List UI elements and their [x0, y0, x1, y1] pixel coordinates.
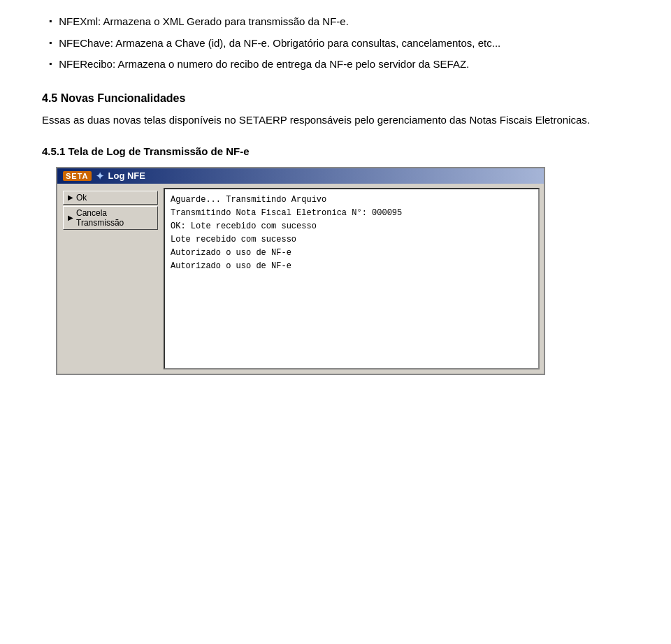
subsection-heading: 4.5.1 Tela de Log de Transmissão de NF-e: [42, 145, 629, 157]
cancel-arrow-icon: ▶: [68, 214, 73, 221]
log-line-2: Transmitindo Nota Fiscal Eletronica N°: …: [171, 207, 533, 220]
log-line-6: Autorizado o uso de NF-e: [171, 260, 533, 273]
bullet-text-nfechave: NFEChave: Armazena a Chave (id), da NF-e…: [59, 36, 500, 52]
ok-arrow-icon: ▶: [68, 193, 73, 201]
log-nfe-window: SETA ✦ Log NFE ▶ Ok ▶ Cancela Transmissã…: [56, 167, 545, 375]
ok-button-label: Ok: [76, 193, 87, 203]
window-titlebar: SETA ✦ Log NFE: [57, 168, 544, 184]
cancel-button[interactable]: ▶ Cancela Transmissão: [63, 206, 158, 230]
bullet-icon: ▪: [49, 16, 52, 26]
bullet-icon-3: ▪: [49, 59, 52, 68]
window-sidebar: ▶ Ok ▶ Cancela Transmissão: [62, 188, 159, 369]
bullet-item-nferecibo: ▪ NFERecibo: Armazena o numero do recibo…: [42, 57, 629, 73]
title-icon: ✦: [96, 170, 104, 182]
cancel-button-label: Cancela Transmissão: [76, 208, 153, 228]
ok-button[interactable]: ▶ Ok: [63, 191, 158, 205]
log-line-5: Autorizado o uso de NF-e: [171, 247, 533, 260]
bullet-text-nferecibo: NFERecibo: Armazena o numero do recibo d…: [59, 57, 469, 73]
section-heading: 4.5 Novas Funcionalidades: [42, 92, 629, 105]
bullet-section: ▪ NFEXml: Armazena o XML Gerado para tra…: [42, 14, 629, 73]
seta-logo: SETA: [63, 171, 92, 181]
section-paragraph: Essas as duas novas telas disponíveis no…: [42, 112, 629, 129]
log-content-area: Aguarde... Transmitindo Arquivo Transmit…: [164, 188, 540, 369]
bullet-item-nfexml: ▪ NFEXml: Armazena o XML Gerado para tra…: [42, 14, 629, 30]
window-body: ▶ Ok ▶ Cancela Transmissão Aguarde... Tr…: [57, 184, 544, 374]
bullet-text-nfexml: NFEXml: Armazena o XML Gerado para trans…: [59, 14, 349, 30]
bullet-icon-2: ▪: [49, 38, 52, 47]
log-line-1: Aguarde... Transmitindo Arquivo: [171, 193, 533, 207]
log-line-3: OK: Lote recebido com sucesso: [171, 220, 533, 233]
bullet-item-nfechave: ▪ NFEChave: Armazena a Chave (id), da NF…: [42, 36, 629, 52]
log-line-4: Lote recebido com sucesso: [171, 233, 533, 247]
window-title: Log NFE: [108, 170, 145, 181]
